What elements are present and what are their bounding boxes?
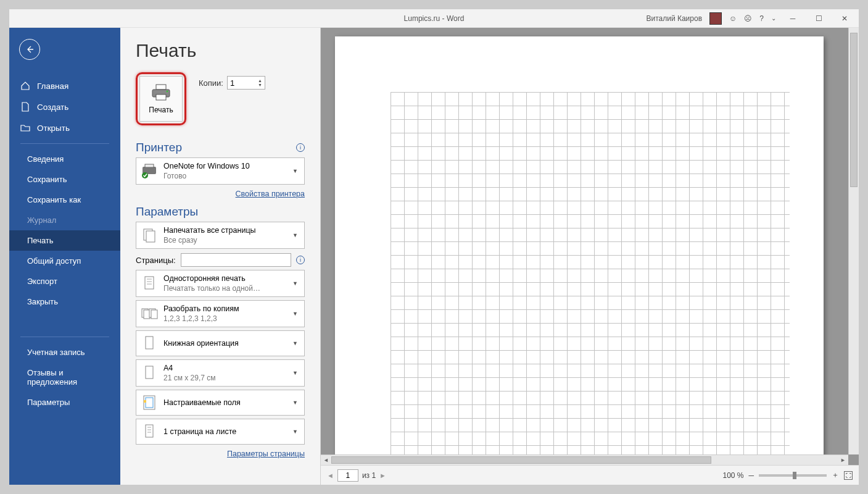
nav-home[interactable]: Главная [9,75,120,96]
prev-page-icon[interactable]: ◄ [327,472,334,479]
nav-save[interactable]: Сохранить [9,169,120,190]
nav-label: Экспорт [27,277,57,286]
nav-save-as[interactable]: Сохранить как [9,190,120,210]
print-settings-panel: Печать Печать Копии: 1 [120,28,321,485]
zoom-level: 100 % [722,471,743,480]
page-size-icon [140,364,159,382]
dd-title: 1 страница на листе [163,427,290,437]
printer-properties-link[interactable]: Свойства принтера [236,190,305,198]
svg-point-3 [167,91,168,93]
nav-export[interactable]: Экспорт [9,271,120,291]
separator [20,143,109,144]
portrait-icon [140,334,159,353]
pages-label: Страницы: [136,256,176,265]
ribbon-toggle-icon[interactable]: ⌄ [771,15,776,22]
nav-new[interactable]: Создать [9,96,120,117]
back-button[interactable] [19,39,40,60]
avatar[interactable] [709,12,722,25]
help-icon[interactable]: ? [759,14,764,23]
print-button-highlight: Печать [136,72,186,125]
zoom-in-icon[interactable]: ＋ [832,470,839,480]
pages-input[interactable] [181,253,291,267]
print-button[interactable]: Печать [139,76,183,122]
nav-label: Сохранить как [27,195,81,204]
pages-per-sheet-dropdown[interactable]: 1 страница на листе ▼ [136,419,305,445]
nav-label: Параметры [27,398,70,407]
settings-section-title: Параметры [136,205,305,219]
document-title: Lumpics.ru - Word [404,14,465,23]
next-page-icon[interactable]: ► [379,472,386,479]
scroll-thumb[interactable] [850,33,858,187]
printer-dropdown[interactable]: OneNote for Windows 10 Готово ▼ [136,157,305,185]
document-grid [391,92,790,463]
dd-title: Напечатать все страницы [163,225,290,235]
nav-print[interactable]: Печать [9,230,120,251]
paper-size-dropdown[interactable]: A421 см x 29,7 см ▼ [136,359,305,387]
nav-info[interactable]: Сведения [9,149,120,169]
sides-dropdown[interactable]: Односторонняя печатьПечатать только на о… [136,270,305,297]
dd-title: Настраиваемые поля [163,398,290,408]
svg-rect-8 [146,231,155,242]
smile-icon[interactable]: ☺ [729,14,737,23]
nav-open[interactable]: Открыть [9,117,120,138]
vertical-scrollbar[interactable] [848,28,859,454]
nav-label: Сохранить [27,175,67,184]
per-sheet-icon [140,422,159,441]
dd-title: Книжная ориентация [163,338,290,348]
orientation-dropdown[interactable]: Книжная ориентация ▼ [136,330,305,356]
nav-share[interactable]: Общий доступ [9,251,120,271]
nav-label: Главная [37,82,68,91]
svg-rect-18 [146,366,153,379]
home-icon [20,81,30,91]
nav-label: Журнал [27,216,56,225]
maximize-button[interactable]: ☐ [809,11,828,26]
print-range-dropdown[interactable]: Напечатать все страницыВсе сразу ▼ [136,222,305,249]
page-setup-link[interactable]: Параметры страницы [227,450,305,458]
fit-page-icon[interactable]: ⛶ [844,471,853,480]
horizontal-scrollbar[interactable]: ◄ ► [321,454,848,465]
zoom-slider[interactable] [759,474,827,477]
frown-icon[interactable]: ☹ [744,14,752,23]
title-bar: Lumpics.ru - Word Виталий Каиров ☺ ☹ ? ⌄… [9,9,859,28]
preview-page [335,36,824,463]
nav-options[interactable]: Параметры [9,392,120,412]
scroll-left-icon[interactable]: ◄ [321,457,331,463]
svg-rect-17 [146,337,153,349]
close-button[interactable]: ✕ [835,11,854,26]
copies-spinner[interactable]: 1 ▲▼ [227,76,265,90]
nav-label: Печать [27,236,54,245]
printer-name: OneNote for Windows 10 [163,161,290,171]
nav-close[interactable]: Закрыть [9,291,120,312]
chevron-down-icon: ▼ [290,340,300,346]
nav-feedback[interactable]: Отзывы и предложения [9,362,120,392]
copies-value: 1 [230,78,234,88]
nav-history: Журнал [9,210,120,230]
svg-rect-0 [156,85,166,90]
zoom-out-icon[interactable]: ─ [748,471,754,480]
spinner-up-icon[interactable]: ▲ [258,78,262,83]
svg-point-6 [142,172,148,178]
single-side-icon [140,274,159,293]
page-count: из 1 [362,471,376,480]
page-number-input[interactable] [337,469,358,482]
nav-label: Отзывы и предложения [27,368,109,387]
back-arrow-icon [25,44,35,54]
scroll-thumb[interactable] [331,456,711,464]
dd-sub: Печатать только на одной… [163,283,290,293]
svg-rect-21 [144,400,146,403]
scroll-right-icon[interactable]: ► [838,457,848,463]
nav-label: Сведения [27,154,64,164]
collate-dropdown[interactable]: Разобрать по копиям1,2,3 1,2,3 1,2,3 ▼ [136,300,305,327]
svg-rect-22 [146,425,153,437]
info-icon[interactable]: i [296,256,305,264]
nav-account[interactable]: Учетная запись [9,342,120,362]
backstage-sidebar: Главная Создать Открыть Сведения Сохрани… [9,28,120,485]
minimize-button[interactable]: ─ [783,11,802,26]
spinner-down-icon[interactable]: ▼ [258,83,262,87]
dd-title: Разобрать по копиям [163,304,290,314]
margins-dropdown[interactable]: Настраиваемые поля ▼ [136,390,305,416]
chevron-down-icon: ▼ [290,400,300,406]
printer-section-title: Принтер [136,141,182,154]
chevron-down-icon: ▼ [290,429,300,435]
info-icon[interactable]: i [296,143,305,152]
